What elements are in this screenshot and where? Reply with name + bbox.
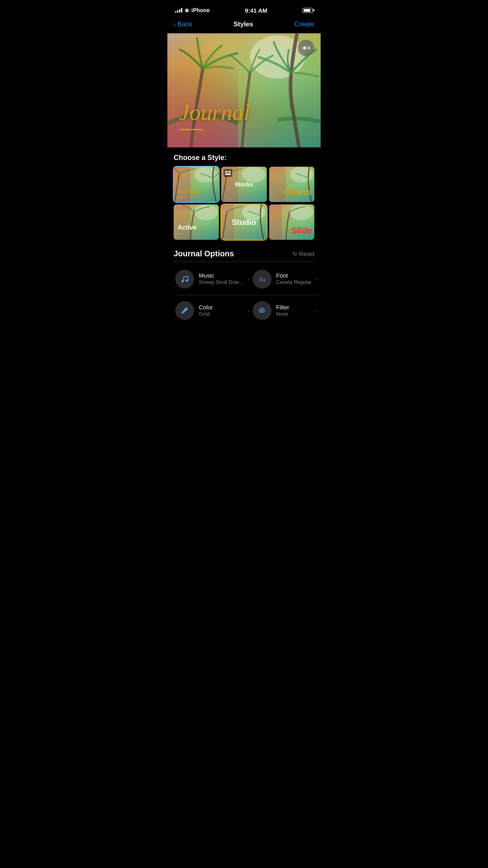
blocks-icon-badge [224, 169, 232, 177]
nav-bar: ‹ Back Styles Create [167, 17, 321, 33]
svg-point-9 [242, 167, 266, 182]
options-title: Journal Options [174, 249, 234, 258]
wifi-icon: ⊛ [185, 7, 189, 13]
style-item-studio[interactable]: Studio [221, 204, 266, 240]
eyedropper-icon [180, 306, 189, 315]
preview-area: Journal [167, 33, 321, 147]
font-chevron-icon: › [316, 276, 318, 282]
filter-label: Filter [276, 304, 312, 311]
svg-rect-25 [269, 204, 282, 240]
blocks-badge-icon [225, 171, 231, 175]
option-music[interactable]: Music Snowy Stroll Dow... › [174, 263, 251, 295]
style-grid: Journal Blocks [174, 167, 314, 240]
style-item-active[interactable]: Active → [174, 204, 219, 240]
filter-icon [258, 306, 266, 315]
filter-chevron-icon: › [316, 307, 318, 314]
style-journal-line [177, 197, 185, 197]
option-color[interactable]: Color Gold › [174, 295, 251, 326]
font-icon-circle: Aa [253, 270, 272, 289]
svg-point-27 [186, 279, 188, 281]
music-chevron-icon: › [248, 276, 250, 282]
svg-rect-16 [269, 167, 286, 202]
style-studio-label: Studio [232, 218, 256, 227]
choose-style-section: Choose a Style: Journal [167, 147, 321, 243]
options-divider [174, 261, 314, 262]
choose-style-heading: Choose a Style: [174, 154, 314, 162]
svg-rect-13 [225, 173, 231, 175]
svg-point-15 [290, 167, 313, 182]
battery-icon [303, 8, 313, 13]
svg-rect-1 [167, 33, 238, 147]
preview-title-underline [179, 129, 203, 130]
color-option-text: Color Gold [199, 304, 243, 318]
music-value: Snowy Stroll Dow... [199, 279, 243, 286]
options-header: Journal Options ↻ Reset [174, 249, 314, 258]
filter-icon-circle [253, 301, 272, 320]
svg-text:Aa: Aa [259, 276, 266, 282]
style-item-charm[interactable]: Charm [269, 167, 314, 202]
style-journal-label: Journal [177, 188, 199, 195]
filter-option-text: Filter None [276, 304, 312, 318]
battery-fill [304, 9, 310, 12]
font-label: Font [276, 272, 312, 279]
style-active-label: Active [178, 224, 196, 231]
carrier-label: iPhone [191, 7, 210, 13]
mute-icon [302, 44, 310, 52]
color-icon-circle [175, 301, 194, 320]
svg-rect-11 [225, 171, 227, 173]
style-item-slide[interactable]: Slide [269, 204, 314, 240]
chevron-left-icon: ‹ [174, 20, 176, 28]
svg-rect-19 [174, 204, 191, 240]
style-active-arrow: → [178, 231, 182, 236]
journal-options-section: Journal Options ↻ Reset Music Snowy Stro… [167, 243, 321, 326]
signal-bars-icon [175, 8, 182, 13]
filter-value: None [276, 311, 312, 318]
font-option-text: Font Canela Regular [276, 272, 312, 286]
style-item-journal[interactable]: Journal [174, 167, 219, 202]
style-charm-label: Charm [284, 187, 311, 197]
back-label: Back [178, 20, 193, 28]
option-filter[interactable]: Filter None › [251, 295, 320, 326]
nav-title: Styles [233, 20, 253, 28]
svg-point-26 [182, 280, 184, 282]
music-icon-circle [175, 270, 194, 289]
status-bar: ⊛ iPhone 9:41 AM [167, 0, 321, 17]
music-icon [180, 275, 189, 283]
status-time: 9:41 AM [245, 7, 267, 14]
reset-label: Reset [299, 250, 314, 257]
color-chevron-icon: › [248, 307, 250, 314]
style-slide-label: Slide [291, 226, 312, 236]
style-item-blocks[interactable]: Blocks [221, 167, 266, 202]
svg-point-6 [194, 167, 218, 182]
palm-tree-decoration [167, 33, 321, 147]
preview-title: Journal [179, 101, 250, 124]
back-button[interactable]: ‹ Back [174, 20, 192, 28]
color-label: Color [199, 304, 243, 311]
create-button[interactable]: Create [294, 20, 314, 28]
status-right [303, 8, 313, 13]
music-option-text: Music Snowy Stroll Dow... [199, 272, 243, 286]
status-left: ⊛ iPhone [175, 7, 210, 13]
svg-rect-12 [228, 171, 231, 173]
options-grid: Music Snowy Stroll Dow... › Aa Font Cane… [174, 263, 314, 327]
font-value: Canela Regular [276, 279, 312, 286]
reset-icon: ↻ [293, 251, 297, 257]
style-blocks-label: Blocks [235, 181, 253, 188]
music-label: Music [199, 272, 243, 279]
reset-button[interactable]: ↻ Reset [293, 250, 314, 257]
font-icon: Aa [258, 275, 266, 283]
color-value: Gold [199, 311, 243, 318]
mute-button[interactable] [298, 40, 314, 56]
option-font[interactable]: Aa Font Canela Regular › [251, 263, 320, 295]
